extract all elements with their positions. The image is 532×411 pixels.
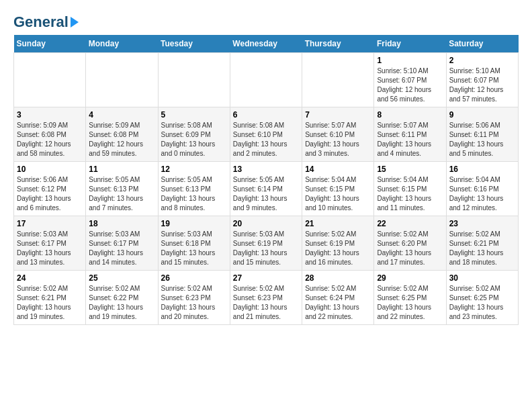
calendar-cell: 7Sunrise: 5:07 AM Sunset: 6:10 PM Daylig… bbox=[302, 107, 374, 162]
day-number: 10 bbox=[17, 165, 83, 174]
weekday-friday: Friday bbox=[374, 35, 446, 53]
day-info: Sunrise: 5:02 AM Sunset: 6:19 PM Dayligh… bbox=[305, 230, 371, 267]
calendar-cell bbox=[86, 53, 158, 107]
calendar-week-row: 17Sunrise: 5:03 AM Sunset: 6:17 PM Dayli… bbox=[14, 216, 519, 271]
calendar-cell: 11Sunrise: 5:05 AM Sunset: 6:13 PM Dayli… bbox=[86, 162, 158, 216]
logo: General bbox=[13, 13, 81, 28]
calendar-cell: 13Sunrise: 5:05 AM Sunset: 6:14 PM Dayli… bbox=[230, 162, 302, 216]
day-number: 22 bbox=[377, 219, 443, 228]
weekday-monday: Monday bbox=[86, 35, 158, 53]
calendar-week-row: 3Sunrise: 5:09 AM Sunset: 6:08 PM Daylig… bbox=[14, 107, 519, 162]
calendar-cell: 6Sunrise: 5:08 AM Sunset: 6:10 PM Daylig… bbox=[230, 107, 302, 162]
calendar-cell: 10Sunrise: 5:06 AM Sunset: 6:12 PM Dayli… bbox=[14, 162, 86, 216]
day-number: 21 bbox=[305, 219, 371, 228]
logo-general: General bbox=[13, 13, 69, 31]
calendar-cell: 2Sunrise: 5:10 AM Sunset: 6:07 PM Daylig… bbox=[446, 53, 518, 107]
day-number: 5 bbox=[161, 110, 227, 120]
day-info: Sunrise: 5:03 AM Sunset: 6:18 PM Dayligh… bbox=[161, 230, 227, 267]
calendar-cell: 9Sunrise: 5:06 AM Sunset: 6:11 PM Daylig… bbox=[446, 107, 518, 162]
day-info: Sunrise: 5:06 AM Sunset: 6:12 PM Dayligh… bbox=[17, 175, 83, 213]
day-number: 1 bbox=[377, 56, 443, 65]
day-number: 26 bbox=[161, 273, 227, 283]
day-number: 27 bbox=[233, 273, 299, 283]
calendar-cell: 8Sunrise: 5:07 AM Sunset: 6:11 PM Daylig… bbox=[374, 107, 446, 162]
day-number: 11 bbox=[89, 165, 154, 174]
day-number: 30 bbox=[449, 273, 515, 283]
day-number: 6 bbox=[233, 110, 299, 120]
day-info: Sunrise: 5:02 AM Sunset: 6:23 PM Dayligh… bbox=[161, 284, 227, 322]
page-header: General bbox=[13, 13, 519, 28]
day-number: 12 bbox=[161, 165, 227, 174]
weekday-thursday: Thursday bbox=[302, 35, 374, 53]
calendar-cell: 24Sunrise: 5:02 AM Sunset: 6:21 PM Dayli… bbox=[14, 271, 86, 325]
calendar-cell bbox=[230, 53, 302, 107]
day-number: 15 bbox=[377, 165, 443, 174]
weekday-wednesday: Wednesday bbox=[230, 35, 302, 53]
day-info: Sunrise: 5:06 AM Sunset: 6:11 PM Dayligh… bbox=[449, 121, 515, 158]
calendar-cell: 12Sunrise: 5:05 AM Sunset: 6:13 PM Dayli… bbox=[158, 162, 230, 216]
day-info: Sunrise: 5:05 AM Sunset: 6:14 PM Dayligh… bbox=[233, 175, 299, 213]
day-info: Sunrise: 5:07 AM Sunset: 6:10 PM Dayligh… bbox=[305, 121, 371, 158]
day-info: Sunrise: 5:02 AM Sunset: 6:22 PM Dayligh… bbox=[89, 284, 154, 322]
calendar-cell: 26Sunrise: 5:02 AM Sunset: 6:23 PM Dayli… bbox=[158, 271, 230, 325]
day-info: Sunrise: 5:02 AM Sunset: 6:20 PM Dayligh… bbox=[377, 230, 443, 267]
calendar-cell bbox=[14, 53, 86, 107]
calendar-week-row: 24Sunrise: 5:02 AM Sunset: 6:21 PM Dayli… bbox=[14, 271, 519, 325]
day-info: Sunrise: 5:02 AM Sunset: 6:23 PM Dayligh… bbox=[233, 284, 299, 322]
day-number: 17 bbox=[17, 219, 83, 228]
day-number: 3 bbox=[17, 110, 83, 120]
calendar-cell: 1Sunrise: 5:10 AM Sunset: 6:07 PM Daylig… bbox=[374, 53, 446, 107]
day-number: 24 bbox=[17, 273, 83, 283]
calendar-cell: 23Sunrise: 5:02 AM Sunset: 6:21 PM Dayli… bbox=[446, 216, 518, 271]
day-info: Sunrise: 5:02 AM Sunset: 6:25 PM Dayligh… bbox=[449, 284, 515, 322]
day-number: 23 bbox=[449, 219, 515, 228]
day-info: Sunrise: 5:09 AM Sunset: 6:08 PM Dayligh… bbox=[89, 121, 154, 158]
day-number: 7 bbox=[305, 110, 371, 120]
day-number: 28 bbox=[305, 273, 371, 283]
day-number: 8 bbox=[377, 110, 443, 120]
calendar-cell: 15Sunrise: 5:04 AM Sunset: 6:15 PM Dayli… bbox=[374, 162, 446, 216]
day-info: Sunrise: 5:10 AM Sunset: 6:07 PM Dayligh… bbox=[377, 66, 443, 104]
calendar-cell: 18Sunrise: 5:03 AM Sunset: 6:17 PM Dayli… bbox=[86, 216, 158, 271]
calendar-cell: 16Sunrise: 5:04 AM Sunset: 6:16 PM Dayli… bbox=[446, 162, 518, 216]
day-number: 25 bbox=[89, 273, 154, 283]
calendar-cell: 28Sunrise: 5:02 AM Sunset: 6:24 PM Dayli… bbox=[302, 271, 374, 325]
calendar-cell bbox=[302, 53, 374, 107]
day-info: Sunrise: 5:05 AM Sunset: 6:13 PM Dayligh… bbox=[89, 175, 154, 213]
day-number: 16 bbox=[449, 165, 515, 174]
day-info: Sunrise: 5:02 AM Sunset: 6:25 PM Dayligh… bbox=[377, 284, 443, 322]
calendar-cell: 27Sunrise: 5:02 AM Sunset: 6:23 PM Dayli… bbox=[230, 271, 302, 325]
day-number: 18 bbox=[89, 219, 154, 228]
day-info: Sunrise: 5:10 AM Sunset: 6:07 PM Dayligh… bbox=[449, 66, 515, 104]
day-number: 14 bbox=[305, 165, 371, 174]
day-number: 29 bbox=[377, 273, 443, 283]
day-number: 13 bbox=[233, 165, 299, 174]
day-info: Sunrise: 5:04 AM Sunset: 6:16 PM Dayligh… bbox=[449, 175, 515, 213]
day-number: 4 bbox=[89, 110, 154, 120]
calendar-cell: 5Sunrise: 5:08 AM Sunset: 6:09 PM Daylig… bbox=[158, 107, 230, 162]
weekday-tuesday: Tuesday bbox=[158, 35, 230, 53]
day-info: Sunrise: 5:03 AM Sunset: 6:17 PM Dayligh… bbox=[17, 230, 83, 267]
calendar-table: SundayMondayTuesdayWednesdayThursdayFrid… bbox=[13, 35, 519, 325]
day-info: Sunrise: 5:07 AM Sunset: 6:11 PM Dayligh… bbox=[377, 121, 443, 158]
calendar-cell: 3Sunrise: 5:09 AM Sunset: 6:08 PM Daylig… bbox=[14, 107, 86, 162]
calendar-cell: 20Sunrise: 5:03 AM Sunset: 6:19 PM Dayli… bbox=[230, 216, 302, 271]
calendar-week-row: 10Sunrise: 5:06 AM Sunset: 6:12 PM Dayli… bbox=[14, 162, 519, 216]
day-info: Sunrise: 5:03 AM Sunset: 6:19 PM Dayligh… bbox=[233, 230, 299, 267]
calendar-week-row: 1Sunrise: 5:10 AM Sunset: 6:07 PM Daylig… bbox=[14, 53, 519, 107]
day-info: Sunrise: 5:02 AM Sunset: 6:24 PM Dayligh… bbox=[305, 284, 371, 322]
day-number: 9 bbox=[449, 110, 515, 120]
day-info: Sunrise: 5:05 AM Sunset: 6:13 PM Dayligh… bbox=[161, 175, 227, 213]
weekday-saturday: Saturday bbox=[446, 35, 518, 53]
day-info: Sunrise: 5:04 AM Sunset: 6:15 PM Dayligh… bbox=[377, 175, 443, 213]
calendar-cell: 29Sunrise: 5:02 AM Sunset: 6:25 PM Dayli… bbox=[374, 271, 446, 325]
day-number: 20 bbox=[233, 219, 299, 228]
calendar-cell bbox=[158, 53, 230, 107]
calendar-cell: 30Sunrise: 5:02 AM Sunset: 6:25 PM Dayli… bbox=[446, 271, 518, 325]
calendar-cell: 14Sunrise: 5:04 AM Sunset: 6:15 PM Dayli… bbox=[302, 162, 374, 216]
weekday-sunday: Sunday bbox=[14, 35, 86, 53]
calendar-cell: 17Sunrise: 5:03 AM Sunset: 6:17 PM Dayli… bbox=[14, 216, 86, 271]
day-info: Sunrise: 5:02 AM Sunset: 6:21 PM Dayligh… bbox=[449, 230, 515, 267]
calendar-cell: 25Sunrise: 5:02 AM Sunset: 6:22 PM Dayli… bbox=[86, 271, 158, 325]
day-info: Sunrise: 5:08 AM Sunset: 6:09 PM Dayligh… bbox=[161, 121, 227, 158]
